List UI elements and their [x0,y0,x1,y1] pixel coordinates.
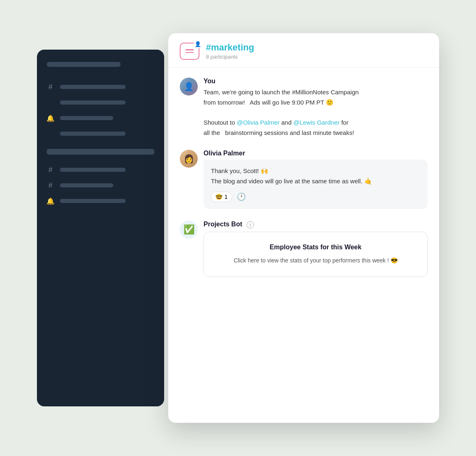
person-badge-icon: 👤 [194,40,202,48]
bell-icon-2: 🔔 [47,197,54,205]
hash-icon-1: # [47,83,54,91]
app-container: # 🔔 # # 🔔 [37,33,439,423]
bot-card-title: Employee Stats for this Week [214,244,417,251]
sidebar-label-6 [60,183,113,187]
mention-lewis: @Lewis Gardner [293,119,340,126]
message-text-you: Team, we're going to launch the #Million… [204,87,428,138]
channel-participants: 8 participants [206,54,254,60]
message-author-you: You [204,78,428,85]
bell-icon-1: 🔔 [47,114,54,122]
message-content-you: You Team, we're going to launch the #Mil… [204,78,428,138]
avatar-bot: ✅ [180,221,198,239]
sidebar-item-5[interactable]: # [47,162,154,178]
avatar-olivia: 👩 [180,150,198,168]
avatar-you: 👤 [180,78,198,96]
sidebar-label-2 [60,100,126,105]
bot-name: Projects Bot [204,221,242,228]
sidebar-label-7 [60,199,126,203]
add-reaction-button[interactable]: 🕐 [236,191,247,203]
sidebar-item-4[interactable] [47,126,154,141]
message-content-bot: Projects Bot i Employee Stats for this W… [204,221,428,277]
message-author-olivia: Olivia Palmer [204,150,428,157]
message-bot: ✅ Projects Bot i Employee Stats for this… [180,221,428,277]
sidebar-label-5 [60,168,126,172]
sidebar-divider-1 [47,149,154,155]
sidebar-item-7[interactable]: 🔔 [47,193,154,209]
chat-panel: 👤 #marketing 8 participants 👤 You Team, … [168,33,439,423]
reaction-sunglasses[interactable]: 🤓 1 [211,192,232,202]
dot-gold-icon [47,130,54,137]
sidebar-label-3 [60,116,113,120]
reactions-olivia: 🤓 1 🕐 [211,191,420,203]
sidebar-item-2[interactable] [47,95,154,110]
message-text-olivia: Thank you, Scott! 🙌 The blog and video w… [211,166,420,187]
channel-name: #marketing [206,42,254,53]
message-olivia: 👩 Olivia Palmer Thank you, Scott! 🙌 The … [180,150,428,210]
info-icon: i [247,221,254,228]
mention-olivia: @Olivia Palmer [237,119,279,126]
bot-card[interactable]: Employee Stats for this Week Click here … [204,232,428,277]
message-you: 👤 You Team, we're going to launch the #M… [180,78,428,138]
sidebar-item-6[interactable]: # [47,178,154,193]
channel-icon-box: 👤 [180,43,199,60]
sidebar-label-4 [60,132,126,136]
menu-lines-icon [185,49,194,53]
reaction-emoji: 🤓 [215,194,222,200]
message-content-olivia: Olivia Palmer Thank you, Scott! 🙌 The bl… [204,150,428,210]
sidebar-item-3[interactable]: 🔔 [47,110,154,126]
channel-header: 👤 #marketing 8 participants [168,33,439,68]
message-bubble-olivia: Thank you, Scott! 🙌 The blog and video w… [204,160,428,210]
sidebar: # 🔔 # # 🔔 [37,50,164,406]
bot-card-text: Click here to view the stats of your top… [214,256,417,265]
channel-info: #marketing 8 participants [206,42,254,60]
messages-area: 👤 You Team, we're going to launch the #M… [168,68,439,423]
sidebar-label-1 [60,85,126,89]
sidebar-top-bar [47,62,121,67]
reaction-count: 1 [224,194,228,200]
message-author-bot: Projects Bot i [204,221,428,228]
sidebar-item-1[interactable]: # [47,79,154,95]
hash-icon-3: # [47,182,54,189]
dot-green-icon [47,99,54,106]
hash-icon-2: # [47,166,54,173]
